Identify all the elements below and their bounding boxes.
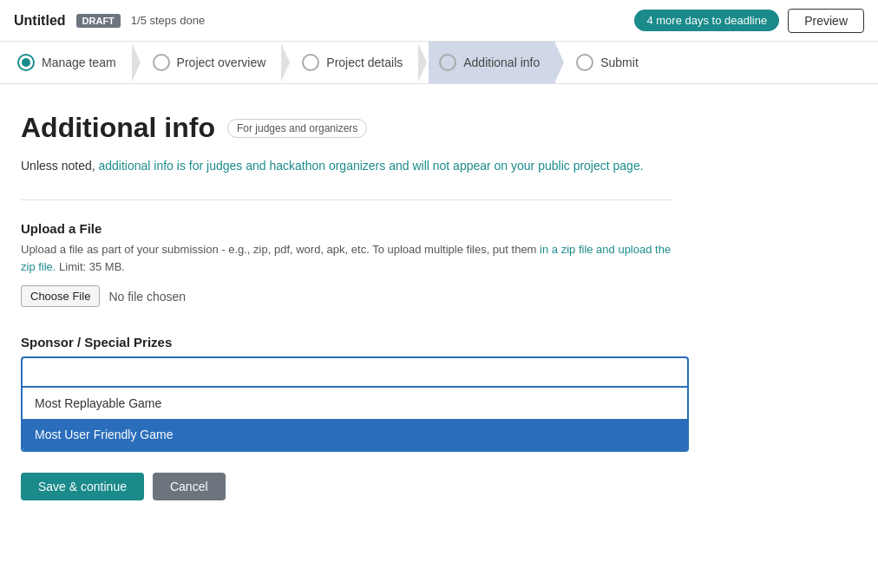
step-submit[interactable]: Submit	[566, 42, 654, 83]
deadline-badge: 4 more days to deadline	[634, 10, 779, 31]
draft-badge: DRAFT	[76, 14, 121, 28]
info-paragraph: Unless noted, additional info is for jud…	[21, 156, 673, 175]
top-bar: Untitled DRAFT 1/5 steps done 4 more day…	[0, 0, 878, 42]
step-label-project-details: Project details	[326, 56, 403, 69]
step-label-submit: Submit	[600, 56, 639, 69]
step-label-additional-info: Additional info	[463, 56, 540, 69]
step-label-manage-team: Manage team	[42, 56, 116, 69]
step-circle-submit	[576, 54, 593, 71]
step-project-overview[interactable]: Project overview	[142, 42, 282, 83]
sponsor-dropdown-input[interactable]	[21, 356, 689, 388]
main-content: Additional info For judges and organizer…	[0, 84, 694, 528]
dropdown-list: Most Replayable Game Most User Friendly …	[21, 388, 689, 452]
preview-button[interactable]: Preview	[788, 9, 864, 33]
dropdown-option-1[interactable]: Most User Friendly Game	[23, 419, 687, 450]
step-label-project-overview: Project overview	[177, 56, 266, 69]
cancel-button[interactable]: Cancel	[153, 473, 226, 500]
sponsor-dropdown-container: Most Replayable Game Most User Friendly …	[21, 356, 689, 452]
step-circle-project-details	[302, 54, 319, 71]
no-file-text: No file chosen	[108, 290, 186, 304]
sponsor-section: Sponsor / Special Prizes Most Replayable…	[21, 335, 673, 452]
bottom-buttons: Save & continue Cancel	[21, 473, 673, 500]
info-text-link: additional info is for judges and hackat…	[99, 159, 644, 173]
step-circle-project-overview	[153, 54, 170, 71]
sponsor-label: Sponsor / Special Prizes	[21, 335, 673, 350]
steps-done: 1/5 steps done	[131, 14, 205, 27]
steps-nav: Manage team Project overview Project det…	[0, 42, 878, 84]
step-project-details[interactable]: Project details	[292, 42, 418, 83]
step-manage-team[interactable]: Manage team	[7, 42, 132, 83]
upload-section-title: Upload a File	[21, 221, 673, 236]
upload-description: Upload a file as part of your submission…	[21, 241, 673, 275]
page-title-row: Additional info For judges and organizer…	[21, 112, 673, 144]
section-divider	[21, 199, 673, 200]
info-text-start: Unless noted,	[21, 159, 99, 173]
page-title: Additional info	[21, 112, 215, 144]
project-title: Untitled	[14, 13, 66, 29]
choose-file-button[interactable]: Choose File	[21, 285, 100, 307]
step-circle-additional-info	[439, 54, 456, 71]
step-circle-manage-team	[17, 54, 35, 71]
dropdown-option-0[interactable]: Most Replayable Game	[23, 388, 687, 419]
step-additional-info[interactable]: Additional info	[429, 42, 555, 83]
judges-badge: For judges and organizers	[227, 119, 367, 138]
upload-desc-start: Upload a file as part of your submission…	[21, 243, 540, 256]
top-bar-right: 4 more days to deadline Preview	[634, 9, 864, 33]
save-button[interactable]: Save & continue	[21, 473, 144, 500]
file-input-row: Choose File No file chosen	[21, 285, 673, 307]
upload-desc-end: Limit: 35 MB.	[56, 260, 124, 273]
